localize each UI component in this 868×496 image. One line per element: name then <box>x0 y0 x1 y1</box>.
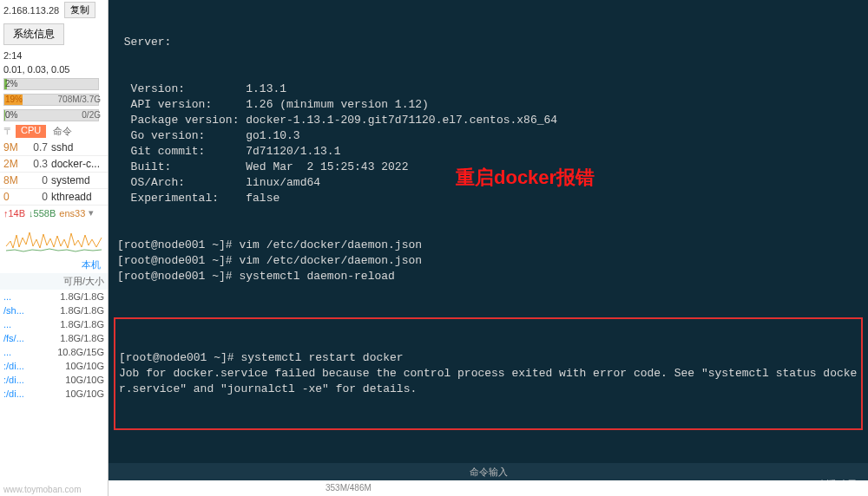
command-input-label: 命令输入 <box>470 467 508 477</box>
sidebar: 2.168.113.28 复制 系统信息 2:14 0.01, 0.03, 0.… <box>0 0 108 496</box>
term-block-1: [root@node001 ~]# vim /etc/docker/daemon… <box>117 238 859 284</box>
mem-footer: 353M/486M <box>326 483 372 493</box>
load-avg: 0.01, 0.03, 0.05 <box>0 62 108 76</box>
disk-row[interactable]: :/di...10G/10G <box>0 373 108 387</box>
cpu-pct: 2% <box>5 78 17 90</box>
disk-header: 可用/大小 <box>0 273 108 290</box>
process-row[interactable]: 8M0systemd <box>0 173 108 189</box>
swap-val: 0/2G <box>82 109 101 121</box>
cmd-header: 命令 <box>53 125 72 138</box>
net-iface: ens33 <box>59 208 85 219</box>
mem-val: 708M/3.7G <box>58 94 101 106</box>
disk-header-size: 可用/大小 <box>63 275 104 288</box>
cpu-tag: CPU <box>16 125 46 138</box>
terminal[interactable]: Server: Version: 1.13.1 API version: 1.2… <box>108 0 868 468</box>
chevron-icon[interactable]: ▾ <box>89 207 94 219</box>
disk-list: ...1.8G/1.8G/sh...1.8G/1.8G...1.8G/1.8G/… <box>0 290 108 401</box>
local-label[interactable]: 本机 <box>0 257 108 273</box>
disk-row[interactable]: /fs/...1.8G/1.8G <box>0 331 108 345</box>
proc-header: 〒 CPU 命令 <box>0 123 108 140</box>
time-label: 2:14 <box>0 49 108 62</box>
process-row[interactable]: 9M0.7sshd <box>0 140 108 156</box>
copy-button[interactable]: 复制 <box>64 2 95 18</box>
disk-row[interactable]: :/di...10G/10G <box>0 387 108 401</box>
mem-bar: 19% 708M/3.7G <box>0 92 108 108</box>
net-chart <box>3 222 104 255</box>
disk-row[interactable]: ...10.8G/15G <box>0 345 108 359</box>
net-dn: 558B <box>34 208 56 219</box>
mem-pct: 19% <box>5 94 23 106</box>
command-input-bar[interactable]: 命令输入 <box>108 463 868 480</box>
net-up: 14B <box>9 208 26 219</box>
sysinfo-button[interactable]: 系统信息 <box>3 23 64 45</box>
disk-row[interactable]: :/di...10G/10G <box>0 359 108 373</box>
swap-bar: 0% 0/2G <box>0 108 108 123</box>
annotation-text: 重启docker报错 <box>456 165 595 191</box>
disk-row[interactable]: ...1.8G/1.8G <box>0 290 108 303</box>
ip-address: 2.168.113.28 <box>3 5 59 16</box>
process-row[interactable]: 00kthreadd <box>0 189 108 206</box>
watermark-right: CSDN @路遥叶子 <box>773 478 858 493</box>
watermark-left: www.toymoban.com <box>3 485 81 494</box>
process-row[interactable]: 2M0.3docker-c... <box>0 156 108 173</box>
disk-row[interactable]: ...1.8G/1.8G <box>0 317 108 331</box>
error-highlight-box: [root@node001 ~]# systemctl restart dock… <box>114 317 863 430</box>
process-list: 9M0.7sshd2M0.3docker-c...8M0systemd00kth… <box>0 140 108 206</box>
net-row: ↑ 14B ↓ 558B ens33 ▾ <box>0 206 108 220</box>
ip-row: 2.168.113.28 复制 <box>0 0 108 20</box>
disk-row[interactable]: /sh...1.8G/1.8G <box>0 303 108 317</box>
cpu-bar: 2% <box>0 76 108 92</box>
server-header: Server: <box>117 35 859 50</box>
footer-status: 353M/486M <box>108 480 868 496</box>
swap-pct: 0% <box>5 109 17 121</box>
